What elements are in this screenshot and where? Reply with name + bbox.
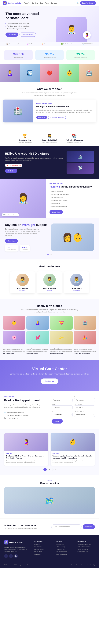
feature-1: 🏆 Exceptional Care World-class medical c…	[14, 134, 36, 143]
feature-1-title: Exceptional Care	[14, 139, 36, 141]
email-input[interactable]	[52, 406, 73, 410]
newsletter-form: Subscribe	[51, 524, 95, 529]
newsletter-input[interactable]	[51, 524, 81, 529]
nav-services[interactable]: Services	[32, 2, 38, 4]
booking-right: Name Surname Email Phone number Doctor	[52, 396, 95, 424]
feature-2-icon: 👩‍⚕️	[39, 134, 60, 138]
phone-input[interactable]	[74, 406, 95, 410]
footer-link-about[interactable]: About Us	[34, 544, 52, 545]
logo-icon: 🏥	[3, 1, 7, 5]
virtual-care-subtitle: Connect with our healthcare professional…	[4, 373, 95, 375]
footer-link-services[interactable]: Our Services	[34, 546, 52, 548]
partner-4-icon: ✅	[61, 43, 63, 44]
doctor-select[interactable]: Select doctor	[52, 413, 73, 417]
feature-3-icon: 📚	[63, 134, 85, 138]
pain-learn-more-button[interactable]: Learn More	[50, 210, 63, 214]
service-select[interactable]: Select service	[74, 413, 95, 417]
virtual-care-section: Virtual Care Center Connect with our hea…	[0, 360, 99, 391]
nav-about[interactable]: About Us	[24, 2, 30, 4]
stat-2-number: 96.2%	[38, 52, 62, 56]
phone-label: Phone number	[74, 404, 95, 405]
testimonial-4: The medical staff's exceptional care and…	[74, 347, 96, 354]
footer-bottom: © 2024 Omnicare Clinic. All rights reser…	[4, 562, 95, 566]
blog-card-2: 👶 WELLNESS Welcome to patienthood! essen…	[51, 433, 95, 466]
dot-1[interactable]	[47, 254, 49, 254]
dot-2[interactable]	[50, 254, 51, 254]
testimonial-2-text: Their compassionate care and expertise t…	[27, 347, 49, 352]
footer-col-1-title: Quick links	[34, 540, 52, 542]
care-card-text: Our experienced team of midwives, nurses…	[36, 109, 93, 114]
appointment-button[interactable]: Book Appointment	[80, 1, 96, 5]
support-title: Daytime or overnight support	[5, 223, 48, 227]
footer-link-contact[interactable]: Contact Us	[34, 554, 52, 555]
support-read-more-button[interactable]: Read More	[5, 239, 18, 243]
footer-link-doctors[interactable]: Meet the Doctors	[34, 548, 52, 550]
stats-section: Over 5k Births each year 96.2% Patient s…	[0, 46, 99, 64]
footer-cookies[interactable]: Cookie Policy	[87, 564, 95, 566]
stat-1-number: Over 5k	[6, 52, 30, 56]
feature-3-title: Professional Resources	[63, 139, 85, 141]
doctor-1-photo: 👩‍⚕️	[16, 274, 29, 286]
partner-3: 💊 Pharmaceuticals	[42, 43, 54, 44]
pain-title: Pain relif during labour and delivery	[50, 185, 96, 188]
testimonial-3-text: The baby's happy arrival was made even m…	[50, 347, 72, 352]
location-icon: 📍	[4, 414, 6, 417]
page-btn-3[interactable]: 3	[52, 468, 56, 471]
care-read-more-button[interactable]: Read More	[36, 116, 47, 119]
newsletter-title: Subscribe to our newsletter	[4, 524, 37, 527]
support-section: Daytime or overnight support Our dedicat…	[0, 218, 99, 260]
doctor-1-name: Erin T. Simpson	[12, 288, 33, 289]
social-instagram[interactable]: in	[14, 554, 18, 558]
hdlive-text: HDlive Ultrasound/ 3D pictures We offer …	[5, 152, 63, 173]
footer-contact-3: +1 (987) 654-3210	[77, 548, 95, 550]
birth-stories-section: Happy birth stories Read about the wonde…	[0, 299, 99, 360]
nav-contacts[interactable]: Contacts	[51, 2, 57, 4]
book-submit-button[interactable]: Book	[52, 419, 63, 424]
footer-privacy[interactable]: Privacy Policy	[67, 564, 74, 566]
footer-link-stories[interactable]: Patient Stories	[34, 551, 52, 552]
nav-blog[interactable]: Blog	[40, 2, 43, 4]
page-btn-1[interactable]: 1	[43, 468, 47, 471]
hdlive-book-button[interactable]: Book Now	[5, 169, 17, 173]
logo[interactable]: 🏥 Omnicare clinic	[3, 1, 21, 5]
navbar: 🏥 Omnicare clinic About Us Services Blog…	[0, 0, 99, 6]
page-btn-2[interactable]: 2	[48, 468, 51, 471]
surname-input[interactable]	[74, 398, 95, 402]
social-twitter[interactable]: t	[9, 554, 13, 558]
email-icon: 📧	[4, 411, 6, 414]
footer-col-1-links: About Us Our Services Meet the Doctors P…	[34, 544, 52, 555]
nav-pages[interactable]: Pages	[45, 2, 49, 4]
birth-photo-5: 🌸	[3, 331, 25, 344]
footer-service-5[interactable]: Virtual Consultations	[56, 554, 73, 555]
search-icon[interactable]: 🔍	[77, 2, 79, 4]
footer-col-3: Get in touch 123 Medical Center Blvd con…	[77, 540, 95, 558]
doctor-3-name: Dereck Watson	[66, 288, 87, 289]
care-card-title: Family-Centered care Medicine	[36, 105, 93, 108]
name-input[interactable]	[52, 398, 73, 402]
stat-1: Over 5k Births each year	[4, 50, 33, 60]
dot-3[interactable]	[51, 254, 52, 254]
subscribe-button[interactable]: Subscribe	[83, 524, 95, 529]
footer-service-2[interactable]: Labor & Delivery	[56, 546, 73, 548]
doctor-2-name: Linda S. Houston	[39, 288, 60, 289]
testimonial-4-name: Dr. and Mrs. Albert Daniels	[74, 353, 96, 354]
virtual-care-button[interactable]: Get Started	[41, 378, 58, 384]
footer-service-1[interactable]: Prenatal Care	[56, 544, 73, 545]
blog-1-title: The Essential Role of Folate in Diet and…	[6, 455, 46, 459]
get-appointment-button[interactable]: Get Appointment	[20, 32, 36, 37]
partner-3-icon: 💊	[42, 43, 43, 44]
feature-2-title: Expert, Skilled Staff	[39, 139, 60, 141]
gallery-cell-4: 👶	[59, 64, 79, 82]
social-facebook[interactable]: f	[4, 554, 8, 558]
learn-more-button[interactable]: Learn More	[6, 32, 18, 37]
hdlive-section: HDlive Ultrasound/ 3D pictures We offer …	[0, 146, 99, 179]
footer-contact-1: 123 Medical Center Blvd	[77, 544, 95, 545]
care-book-button[interactable]: Schedule Appointment	[48, 116, 66, 119]
support-stat-2: 100+ Expert Staff	[20, 245, 30, 252]
footer-service-4[interactable]: Ultrasound Imaging	[56, 551, 73, 552]
footer-terms[interactable]: Terms of Service	[76, 564, 85, 566]
surname-label: Surname	[74, 396, 95, 398]
support-stat-1-number: 24/7	[7, 246, 16, 249]
dot-navigation	[5, 254, 94, 254]
footer-service-3[interactable]: Postpartum Care	[56, 548, 73, 550]
